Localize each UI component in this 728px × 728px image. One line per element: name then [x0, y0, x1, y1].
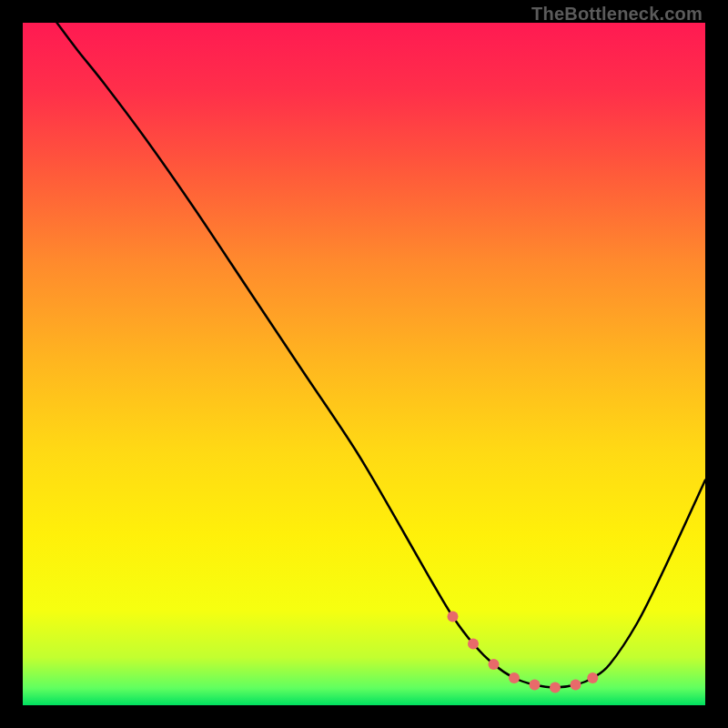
marker-dot [509, 672, 520, 683]
marker-dot [530, 680, 541, 691]
marker-dot [571, 680, 581, 691]
marker-dot [587, 672, 598, 683]
marker-dot [448, 612, 459, 622]
marker-dot [468, 639, 479, 650]
plot-area [23, 23, 705, 705]
watermark-text: TheBottleneck.com [531, 4, 703, 25]
marker-dot [489, 659, 500, 670]
curve-layer [23, 23, 705, 705]
chart-frame: TheBottleneck.com [0, 0, 728, 728]
marker-dot [550, 682, 561, 693]
bottleneck-curve [57, 23, 706, 688]
